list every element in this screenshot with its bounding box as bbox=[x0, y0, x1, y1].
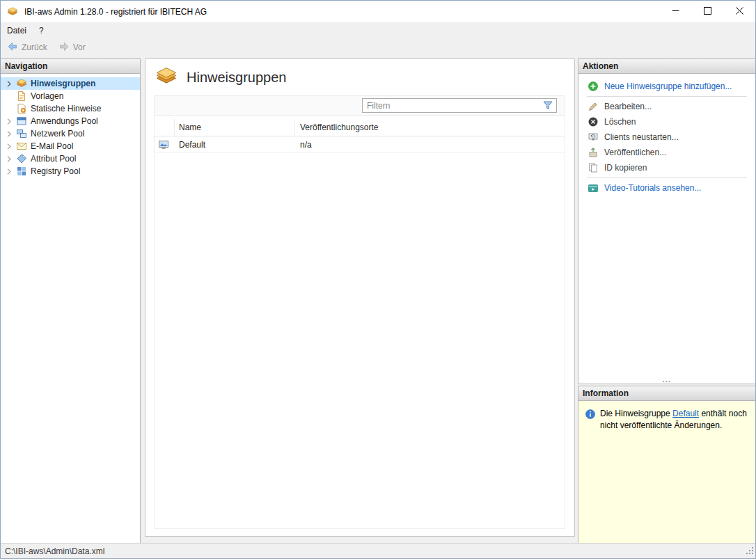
information-body: Die Hinweisgruppe Default enthält noch n… bbox=[578, 401, 755, 439]
sidebar-item-hinweisgruppen[interactable]: Hinweisgruppen bbox=[1, 77, 140, 90]
chevron-right-icon[interactable] bbox=[4, 131, 14, 137]
chevron-right-icon[interactable] bbox=[4, 118, 14, 125]
app-icon bbox=[7, 6, 18, 17]
main-content-panel: Hinweisgruppen Name Veröffentlichungsort… bbox=[145, 58, 575, 537]
info-icon bbox=[585, 409, 596, 423]
resize-grip[interactable] bbox=[745, 546, 754, 557]
sidebar-item-label: Anwendungs Pool bbox=[31, 116, 98, 126]
menu-item-datei[interactable]: Datei bbox=[1, 24, 33, 38]
minimize-button[interactable] bbox=[659, 1, 691, 22]
sidebar-item-statische-hinweise[interactable]: Statische Hinweise bbox=[1, 102, 140, 115]
filter-icon[interactable] bbox=[540, 101, 556, 110]
information-header: Information bbox=[578, 386, 755, 401]
action-label: Löschen bbox=[604, 117, 636, 127]
action-delete[interactable]: Löschen bbox=[578, 114, 755, 129]
column-header-icon[interactable] bbox=[155, 119, 174, 136]
edit-icon bbox=[588, 101, 599, 112]
anwendungs-pool-icon bbox=[16, 116, 27, 127]
column-header-veroeffentlichungsorte[interactable]: Veröffentlichungsorte bbox=[294, 119, 565, 136]
sidebar-item-anwendungs-pool[interactable]: Anwendungs Pool bbox=[1, 115, 140, 127]
chevron-right-icon[interactable] bbox=[4, 156, 14, 162]
action-label: Veröffentlichen... bbox=[604, 148, 666, 157]
forward-icon bbox=[58, 41, 70, 54]
column-header-name[interactable]: Name bbox=[174, 119, 294, 136]
chevron-right-icon[interactable] bbox=[4, 143, 14, 150]
table-header: Name Veröffentlichungsorte bbox=[155, 119, 565, 136]
sidebar-item-label: Vorlagen bbox=[31, 91, 63, 101]
filter-band bbox=[155, 96, 565, 116]
sidebar-item-label: Netzwerk Pool bbox=[31, 129, 84, 139]
cell-veroeffentlichungsorte: n/a bbox=[294, 140, 565, 150]
sidebar-item-label: Hinweisgruppen bbox=[31, 79, 95, 88]
copy-id-icon bbox=[588, 162, 599, 173]
filter-box bbox=[362, 98, 557, 113]
actions-header: Aktionen bbox=[578, 59, 755, 74]
information-text: Die Hinweisgruppe Default enthält noch n… bbox=[600, 408, 750, 432]
app-window: IBI-aws Admin 1.28.0 - registriert für I… bbox=[0, 0, 756, 559]
sidebar-item-label: Statische Hinweise bbox=[31, 104, 101, 113]
chevron-right-icon[interactable] bbox=[4, 81, 14, 87]
maximize-button[interactable] bbox=[691, 1, 723, 22]
close-button[interactable] bbox=[723, 1, 755, 22]
statische-hinweise-icon bbox=[16, 103, 27, 114]
back-button[interactable]: Zurück bbox=[7, 41, 47, 54]
attribut-pool-icon bbox=[16, 153, 27, 164]
cell-name: Default bbox=[174, 140, 294, 150]
action-copy-id[interactable]: ID kopieren bbox=[578, 160, 755, 175]
table-row[interactable]: Default n/a bbox=[155, 136, 565, 153]
status-bar: C:\IBI-aws\Admin\Data.xml bbox=[1, 543, 755, 558]
chevron-right-icon[interactable] bbox=[4, 168, 14, 175]
netzwerk-pool-icon bbox=[16, 128, 27, 139]
add-icon bbox=[588, 81, 599, 92]
navigation-header: Navigation bbox=[1, 59, 140, 74]
actions-body: Neue Hinweisgruppe hinzufügen... Bearbei… bbox=[578, 74, 755, 384]
back-label: Zurück bbox=[22, 42, 47, 52]
video-tutorials-icon bbox=[588, 182, 599, 194]
title-bar: IBI-aws Admin 1.28.0 - registriert für I… bbox=[1, 1, 755, 22]
back-icon bbox=[7, 41, 18, 54]
hinweisgruppen-icon bbox=[16, 78, 27, 89]
forward-button[interactable]: Vor bbox=[58, 41, 86, 54]
minimize-icon bbox=[672, 7, 679, 17]
sidebar-item-attribut-pool[interactable]: Attribut Pool bbox=[1, 152, 140, 165]
menu-item-help[interactable]: ? bbox=[33, 24, 50, 38]
delete-icon bbox=[588, 116, 599, 127]
action-label: Video-Tutorials ansehen... bbox=[604, 183, 701, 193]
sidebar-item-vorlagen[interactable]: Vorlagen bbox=[1, 90, 140, 102]
action-label: Clients neustarten... bbox=[604, 132, 679, 142]
sidebar-item-label: Attribut Pool bbox=[31, 154, 76, 164]
forward-label: Vor bbox=[73, 42, 86, 52]
action-label: ID kopieren bbox=[604, 163, 647, 173]
menu-bar: Datei ? bbox=[1, 22, 755, 38]
notice-group-row-icon bbox=[155, 139, 174, 150]
sidebar-item-netzwerk-pool[interactable]: Netzwerk Pool bbox=[1, 127, 140, 140]
page-header: Hinweisgruppen bbox=[145, 59, 574, 95]
information-text-before: Die Hinweisgruppe bbox=[600, 409, 672, 418]
action-publish[interactable]: Veröffentlichen... bbox=[578, 145, 755, 160]
navigation-tree: Hinweisgruppen Vorlagen Statische Hinwei… bbox=[1, 74, 140, 178]
actions-overflow-indicator[interactable]: … bbox=[578, 375, 755, 384]
registry-pool-icon bbox=[16, 166, 27, 177]
information-panel: Information Die Hinweisgruppe Default en… bbox=[578, 386, 755, 544]
status-file-path: C:\IBI-aws\Admin\Data.xml bbox=[5, 546, 104, 556]
sidebar-item-registry-pool[interactable]: Registry Pool bbox=[1, 165, 140, 178]
maximize-icon bbox=[704, 7, 711, 17]
vorlagen-icon bbox=[16, 90, 27, 102]
publish-icon bbox=[588, 147, 599, 158]
action-video-tutorials[interactable]: Video-Tutorials ansehen... bbox=[578, 180, 755, 196]
page-title-icon bbox=[155, 65, 178, 90]
default-group-link[interactable]: Default bbox=[672, 409, 699, 418]
close-icon bbox=[736, 7, 743, 17]
toolbar: Zurück Vor bbox=[1, 38, 755, 56]
actions-panel: Aktionen Neue Hinweisgruppe hinzufügen..… bbox=[578, 58, 755, 384]
action-restart-clients[interactable]: Clients neustarten... bbox=[578, 129, 755, 145]
notice-groups-list: Name Veröffentlichungsorte Default n/a bbox=[154, 95, 565, 529]
actions-separator bbox=[587, 178, 747, 178]
filter-input[interactable] bbox=[363, 100, 540, 111]
sidebar-item-email-pool[interactable]: E-Mail Pool bbox=[1, 140, 140, 152]
action-add-notice-group[interactable]: Neue Hinweisgruppe hinzufügen... bbox=[578, 79, 755, 94]
action-edit[interactable]: Bearbeiten... bbox=[578, 99, 755, 114]
sidebar-item-label: Registry Pool bbox=[31, 166, 80, 176]
window-controls bbox=[659, 1, 755, 22]
navigation-panel: Navigation Hinweisgruppen Vorlagen bbox=[1, 58, 141, 544]
